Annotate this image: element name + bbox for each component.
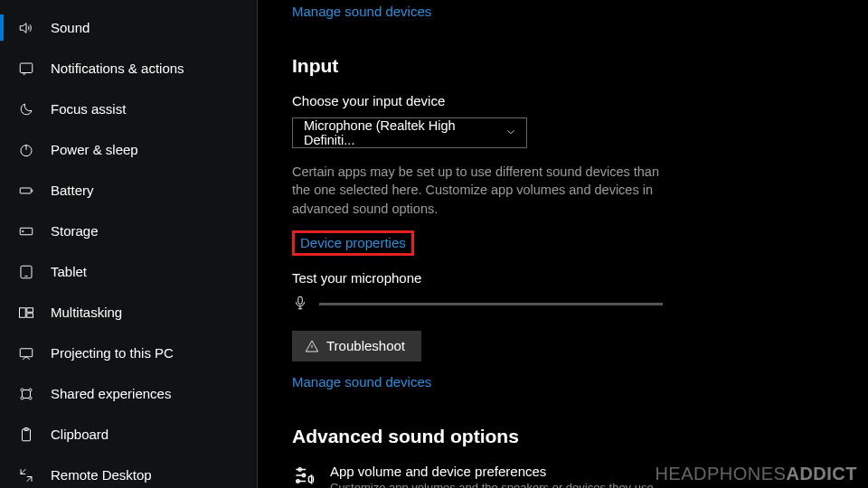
sidebar-item-projecting[interactable]: Projecting to this PC — [0, 333, 257, 373]
manage-sound-devices-link-bottom[interactable]: Manage sound devices — [292, 374, 431, 389]
sidebar-item-power-sleep[interactable]: Power & sleep — [0, 129, 257, 170]
sidebar-item-label: Multitasking — [51, 305, 122, 320]
battery-icon — [18, 183, 34, 199]
choose-input-device-label: Choose your input device — [292, 93, 841, 108]
watermark: HEADPHONESADDICT — [655, 464, 857, 484]
sidebar-item-storage[interactable]: Storage — [0, 211, 257, 251]
sidebar-item-shared-experiences[interactable]: Shared experiences — [0, 373, 257, 414]
svg-point-12 — [21, 397, 24, 399]
sidebar-item-label: Notifications & actions — [51, 61, 184, 76]
moon-icon — [18, 101, 34, 117]
power-icon — [18, 142, 34, 158]
clipboard-icon — [18, 427, 34, 443]
sidebar-item-label: Tablet — [51, 264, 87, 279]
sidebar-item-notifications[interactable]: Notifications & actions — [0, 48, 257, 89]
sidebar-item-clipboard[interactable]: Clipboard — [0, 414, 257, 455]
sidebar-item-label: Focus assist — [51, 101, 126, 117]
test-microphone-label: Test your microphone — [292, 270, 841, 286]
input-heading: Input — [292, 55, 841, 77]
sidebar-item-multitasking[interactable]: Multitasking — [0, 292, 257, 333]
device-properties-highlight: Device properties — [292, 230, 414, 256]
svg-rect-8 — [27, 313, 33, 317]
sidebar-item-sound[interactable]: Sound — [0, 7, 257, 48]
svg-rect-16 — [298, 296, 303, 304]
sidebar-item-label: Sound — [51, 20, 90, 35]
input-helper-text: Certain apps may be set up to use differ… — [292, 163, 672, 218]
sidebar-item-label: Remote Desktop — [51, 467, 152, 483]
sidebar-item-label: Projecting to this PC — [51, 345, 174, 361]
multitasking-icon — [18, 305, 34, 321]
advanced-sound-options-heading: Advanced sound options — [292, 426, 841, 447]
storage-icon — [18, 223, 34, 239]
svg-rect-0 — [20, 63, 33, 73]
app-volume-icon — [292, 464, 316, 488]
sidebar-item-label: Battery — [51, 183, 94, 198]
troubleshoot-label: Troubleshoot — [326, 338, 405, 353]
chevron-down-icon — [505, 126, 517, 141]
svg-rect-9 — [20, 348, 33, 356]
shared-experiences-icon — [18, 386, 34, 402]
sidebar-item-focus-assist[interactable]: Focus assist — [0, 89, 257, 129]
microphone-icon — [292, 295, 308, 314]
sidebar-item-remote-desktop[interactable]: Remote Desktop — [0, 455, 257, 488]
sidebar-item-label: Shared experiences — [51, 386, 171, 401]
warning-icon — [305, 339, 319, 353]
tablet-icon — [18, 264, 34, 280]
sidebar-item-battery[interactable]: Battery — [0, 170, 257, 211]
dropdown-value: Microphone (Realtek High Definiti... — [304, 118, 505, 147]
svg-point-13 — [29, 397, 32, 399]
settings-main-panel: Manage sound devices Input Choose your i… — [258, 0, 868, 488]
remote-desktop-icon — [18, 467, 34, 483]
sidebar-item-label: Power & sleep — [51, 142, 138, 157]
projecting-icon — [18, 345, 34, 361]
notifications-icon — [18, 61, 34, 77]
svg-point-4 — [23, 230, 24, 232]
manage-sound-devices-link-top[interactable]: Manage sound devices — [292, 4, 431, 19]
svg-rect-2 — [20, 188, 31, 193]
svg-rect-7 — [27, 307, 33, 312]
svg-point-11 — [29, 389, 32, 391]
sidebar-item-tablet[interactable]: Tablet — [0, 251, 257, 292]
app-volume-title: App volume and device preferences — [330, 464, 656, 479]
sound-icon — [18, 20, 34, 36]
device-properties-link[interactable]: Device properties — [300, 235, 406, 250]
mic-level-bar — [319, 303, 663, 305]
troubleshoot-button[interactable]: Troubleshoot — [292, 331, 421, 361]
svg-rect-6 — [20, 307, 26, 317]
input-device-dropdown[interactable]: Microphone (Realtek High Definiti... — [292, 117, 527, 148]
app-volume-desc: Customize app volumes and the speakers o… — [330, 481, 656, 488]
svg-point-10 — [21, 389, 24, 391]
sidebar-item-label: Storage — [51, 223, 99, 239]
mic-level-row — [292, 295, 841, 314]
sidebar-item-label: Clipboard — [51, 427, 108, 442]
settings-sidebar: Sound Notifications & actions Focus assi… — [0, 0, 258, 488]
